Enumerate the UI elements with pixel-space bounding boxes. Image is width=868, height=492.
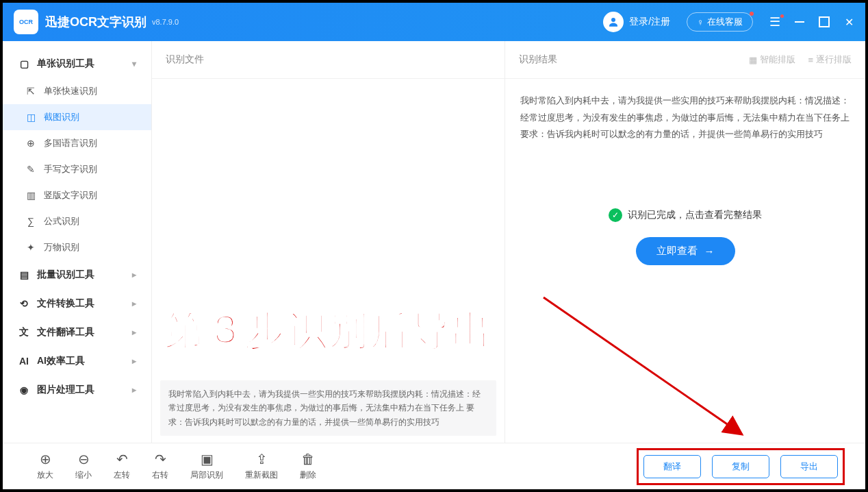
sidebar-item-vertical[interactable]: ▥竖版文字识别 [3, 182, 151, 208]
copy-button[interactable]: 复制 [712, 455, 769, 478]
translate-button[interactable]: 翻译 [643, 455, 701, 478]
avatar[interactable] [603, 12, 624, 32]
layout-smart[interactable]: ▦ 智能排版 [749, 53, 795, 66]
layout-line[interactable]: ≡ 逐行排版 [808, 53, 852, 66]
translate-icon: 文 [18, 326, 30, 339]
sidebar-item-screenshot[interactable]: ◫截图识别 [3, 104, 151, 130]
sidebar-group-batch[interactable]: ▤批量识别工具▸ [3, 260, 151, 289]
source-header: 识别文件 [152, 41, 505, 79]
sidebar-group-translate[interactable]: 文文件翻译工具▸ [3, 318, 151, 347]
arrow-right-icon: → [704, 245, 715, 257]
sidebar-group-convert[interactable]: ⟲文件转换工具▸ [3, 289, 151, 318]
app-logo: OCR [14, 10, 38, 34]
rotate-right-icon: ↷ [155, 452, 166, 467]
view-result-button[interactable]: 立即查看→ [636, 237, 735, 265]
menu-icon[interactable] [769, 16, 780, 27]
preview-text: 我时常陷入到内耗中去，请为我提供一些实用的技巧来帮助我摆脱内耗：情况描述：经常过… [160, 380, 496, 436]
pen-icon: ✎ [25, 163, 37, 175]
check-icon: ✓ [609, 208, 622, 222]
sidebar-item-handwrite[interactable]: ✎手写文字识别 [3, 156, 151, 182]
rotate-left-icon: ↶ [116, 452, 128, 467]
crop-icon: ◫ [25, 111, 37, 123]
export-button[interactable]: 导出 [780, 455, 838, 478]
result-pane: 识别结果 ▦ 智能排版 ≡ 逐行排版 我时常陷入到内耗中去，请为我提供一些实用的… [505, 41, 865, 443]
zoom-out-icon: ⊖ [78, 452, 90, 467]
app-title: 迅捷OCR文字识别 [45, 14, 146, 30]
minimize-button[interactable] [794, 16, 805, 27]
stack-icon: ▤ [18, 269, 30, 281]
columns-icon: ▥ [25, 189, 37, 201]
complete-status: ✓ 识别已完成，点击查看完整结果 [520, 208, 850, 222]
action-buttons-highlight: 翻译 复制 导出 [643, 455, 838, 478]
sidebar-item-quick[interactable]: ⇱单张快速识别 [3, 78, 151, 104]
result-header: 识别结果 [519, 53, 557, 66]
sidebar: ▢ 单张识别工具 ▾ ⇱单张快速识别 ◫截图识别 ⊕多国语言识别 ✎手写文字识别… [3, 41, 152, 443]
rescreenshot-button[interactable]: ⇪重新截图 [245, 452, 278, 481]
formula-icon: ∑ [25, 215, 37, 227]
zoom-in-icon: ⊕ [40, 452, 51, 467]
trash-icon: 🗑 [301, 452, 315, 467]
export-icon: ⇱ [25, 85, 37, 97]
partial-ocr-button[interactable]: ▣局部识别 [190, 452, 223, 481]
upload-icon: ⇪ [256, 452, 268, 467]
sidebar-group-label: 单张识别工具 [37, 58, 94, 70]
chevron-right-icon: ▸ [132, 385, 136, 395]
chevron-right-icon: ▸ [132, 270, 136, 280]
bottom-toolbar: ⊕放大 ⊖缩小 ↶左转 ↷右转 ▣局部识别 ⇪重新截图 🗑删除 翻译 复制 导出 [3, 443, 865, 489]
result-text: 我时常陷入到内耗中去，请为我提供一些实用的技巧来帮助我摆脱内耗：情况描述：经常过… [520, 93, 850, 143]
sparkle-icon: ✦ [25, 241, 37, 254]
source-pane: 识别文件 我时常陷入到内耗中去，请为我提供一些实用的技巧来帮助我摆脱内耗：情况描… [152, 41, 505, 443]
delete-button[interactable]: 🗑删除 [300, 452, 316, 481]
doc-icon: ▢ [18, 58, 30, 70]
maximize-button[interactable] [819, 16, 830, 27]
convert-icon: ⟲ [18, 297, 30, 310]
zoom-in-button[interactable]: ⊕放大 [37, 452, 53, 481]
sidebar-group-image[interactable]: ◉图片处理工具▸ [3, 376, 151, 404]
zoom-out-button[interactable]: ⊖缩小 [75, 452, 92, 481]
support-button[interactable]: ♀在线客服 [687, 12, 753, 32]
app-version: v8.7.9.0 [152, 18, 179, 26]
ai-icon: AI [18, 355, 30, 367]
login-link[interactable]: 登录/注册 [629, 16, 670, 28]
globe-icon: ⊕ [25, 137, 37, 149]
selection-icon: ▣ [201, 452, 214, 467]
close-button[interactable] [843, 16, 854, 27]
sidebar-item-multilang[interactable]: ⊕多国语言识别 [3, 130, 151, 156]
sidebar-item-formula[interactable]: ∑公式识别 [3, 208, 151, 234]
titlebar: OCR 迅捷OCR文字识别 v8.7.9.0 登录/注册 ♀在线客服 [3, 3, 865, 41]
chevron-down-icon: ▾ [132, 59, 136, 69]
rotate-right-button[interactable]: ↷右转 [152, 452, 168, 481]
chevron-right-icon: ▸ [132, 299, 136, 308]
chevron-right-icon: ▸ [132, 328, 136, 337]
sidebar-group-ai[interactable]: AIAI效率工具▸ [3, 347, 151, 376]
preview-area: 我时常陷入到内耗中去，请为我提供一些实用的技巧来帮助我摆脱内耗：情况描述：经常过… [152, 79, 505, 443]
svg-point-0 [611, 18, 615, 22]
sidebar-group-single[interactable]: ▢ 单张识别工具 ▾ [3, 49, 151, 78]
rotate-left-button[interactable]: ↶左转 [114, 452, 130, 481]
sidebar-item-everything[interactable]: ✦万物识别 [3, 234, 151, 260]
chevron-right-icon: ▸ [132, 356, 136, 366]
image-icon: ◉ [18, 384, 30, 396]
